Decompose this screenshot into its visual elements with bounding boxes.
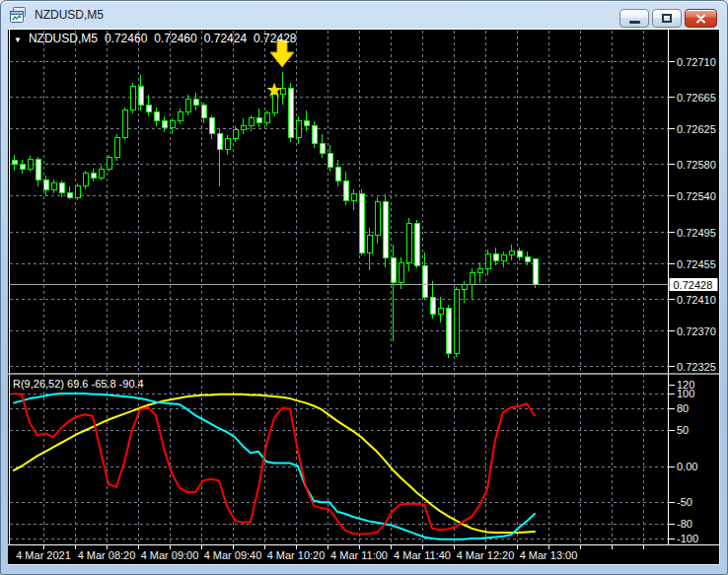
window-title: NZDUSD,M5 [35,8,104,22]
svg-text:0.72665: 0.72665 [677,92,716,104]
chart-window-icon [10,7,28,23]
candle [406,218,411,271]
svg-text:4 Mar 10:20: 4 Mar 10:20 [267,549,326,561]
svg-text:0.72455: 0.72455 [677,258,716,270]
candle [288,83,293,141]
svg-text:-100: -100 [677,533,698,544]
svg-text:-80: -80 [677,518,692,530]
restore-button[interactable] [652,9,682,28]
chart-client-area[interactable]: ★0.727100.726650.726250.725800.725400.72… [8,29,720,565]
chart-background [8,29,719,564]
candle [359,189,364,255]
minimize-button[interactable] [619,9,649,28]
svg-text:4 Mar 2021: 4 Mar 2021 [16,549,71,561]
svg-text:-50: -50 [677,496,692,508]
svg-text:4 Mar 11:40: 4 Mar 11:40 [394,549,451,561]
minimize-icon [629,21,640,24]
svg-text:0.72495: 0.72495 [677,227,716,239]
svg-text:4 Mar 09:40: 4 Mar 09:40 [204,549,262,561]
svg-text:0.72625: 0.72625 [677,123,716,135]
svg-text:4 Mar 13:00: 4 Mar 13:00 [520,549,578,561]
svg-text:0.72710: 0.72710 [677,56,716,68]
candle [446,305,451,358]
candle [130,83,135,112]
svg-text:4 Mar 12:20: 4 Mar 12:20 [457,549,515,561]
candle [83,171,88,189]
svg-text:4 Mar 08:20: 4 Mar 08:20 [78,549,136,561]
svg-text:4 Mar 09:00: 4 Mar 09:00 [141,549,199,561]
svg-text:100: 100 [677,388,694,399]
candle [122,108,127,141]
chart-window: NZDUSD,M5 ★0.727100.726650.726250.725800… [0,0,728,575]
svg-text:0.72540: 0.72540 [677,190,716,202]
window-titlebar[interactable]: NZDUSD,M5 [1,1,727,29]
candle [114,134,119,161]
svg-text:0.72428: 0.72428 [674,279,713,291]
svg-text:0.72580: 0.72580 [677,159,716,171]
candle [533,259,538,288]
svg-text:80: 80 [677,402,689,414]
close-button[interactable] [685,9,717,28]
candle [454,287,459,357]
restore-icon [662,14,672,23]
price-chart-svg[interactable]: ★0.727100.726650.726250.725800.725400.72… [8,29,719,564]
star-icon[interactable]: ★ [265,79,283,101]
svg-text:0.72370: 0.72370 [677,325,716,337]
svg-text:0.72410: 0.72410 [677,294,716,306]
svg-text:0.72325: 0.72325 [677,361,716,373]
svg-text:0.00: 0.00 [677,461,697,472]
window-controls [619,9,717,28]
close-icon [695,14,706,24]
svg-text:4 Mar 11:00: 4 Mar 11:00 [330,549,388,561]
candle [414,220,419,269]
candle [383,194,388,267]
svg-text:50: 50 [677,424,689,436]
